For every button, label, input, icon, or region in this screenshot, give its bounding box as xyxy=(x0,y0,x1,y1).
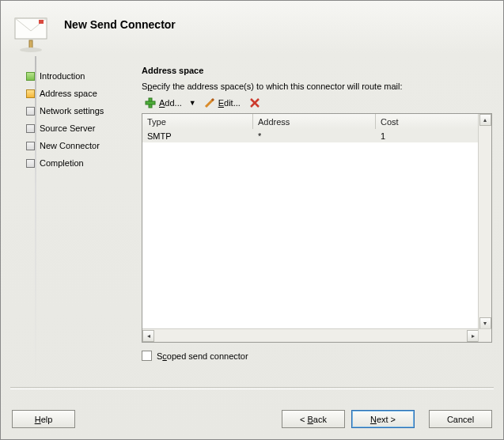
scroll-down-button[interactable]: ▾ xyxy=(479,317,491,329)
wizard-header: New Send Connector xyxy=(1,1,503,59)
list-body: SMTP * 1 xyxy=(142,129,479,329)
back-button[interactable]: < Back xyxy=(282,410,345,428)
scroll-right-button[interactable]: ▸ xyxy=(467,330,479,342)
svg-rect-3 xyxy=(29,40,32,48)
step-pending-icon xyxy=(26,159,35,168)
wizard-page: Address space Specify the address space(… xyxy=(134,59,497,361)
footer-separator xyxy=(10,387,494,389)
delete-button[interactable] xyxy=(246,97,263,109)
step-pending-icon xyxy=(26,142,35,150)
wizard-window: New Send Connector Introduction Address … xyxy=(0,0,504,440)
svg-rect-2 xyxy=(39,20,44,24)
step-introduction[interactable]: Introduction xyxy=(26,67,131,85)
wizard-title: New Send Connector xyxy=(64,7,176,31)
column-address[interactable]: Address xyxy=(253,114,376,129)
step-pending-icon xyxy=(26,107,35,116)
scrollbar-horizontal[interactable]: ◂ ▸ xyxy=(142,328,479,342)
list-toolbar: Add... ▼ Edit... xyxy=(142,94,492,112)
page-title: Address space xyxy=(142,66,492,75)
svg-rect-6 xyxy=(146,101,155,104)
wizard-icon xyxy=(10,9,58,56)
scoped-checkbox[interactable] xyxy=(142,351,152,361)
delete-icon xyxy=(248,97,261,109)
list-row[interactable]: SMTP * 1 xyxy=(142,129,479,142)
add-button[interactable]: Add... xyxy=(142,97,184,109)
step-new-connector[interactable]: New Connector xyxy=(26,137,131,154)
svg-line-7 xyxy=(206,100,213,107)
nav-connector-line xyxy=(35,56,36,385)
help-button[interactable]: Help xyxy=(12,410,75,428)
step-pending-icon xyxy=(26,124,35,133)
step-network-settings[interactable]: Network settings xyxy=(26,102,131,119)
next-button[interactable]: Next > xyxy=(351,410,415,428)
scroll-left-button[interactable]: ◂ xyxy=(142,330,154,342)
scrollbar-corner xyxy=(478,328,491,342)
add-icon xyxy=(144,97,157,109)
svg-point-4 xyxy=(20,47,42,52)
scroll-up-button[interactable]: ▴ xyxy=(479,114,491,126)
step-done-icon xyxy=(26,72,35,81)
edit-icon xyxy=(203,97,216,109)
edit-button[interactable]: Edit... xyxy=(201,97,243,109)
step-source-server[interactable]: Source Server xyxy=(26,119,131,137)
column-type[interactable]: Type xyxy=(142,114,253,129)
scoped-checkbox-row: Scoped send connector xyxy=(142,351,492,361)
wizard-steps: Introduction Address space Network setti… xyxy=(7,59,134,361)
page-instruction: Specify the address space(s) to which th… xyxy=(142,82,492,91)
wizard-footer: Help < Back Next > Cancel xyxy=(1,410,503,428)
step-address-space[interactable]: Address space xyxy=(26,85,131,102)
scoped-checkbox-label: Scoped send connector xyxy=(157,351,248,361)
cell-type: SMTP xyxy=(142,131,253,141)
address-space-list: Type Address Cost SMTP * 1 ▴ ▾ xyxy=(142,113,492,343)
cell-cost: 1 xyxy=(376,131,479,141)
cell-address: * xyxy=(253,131,376,141)
column-cost[interactable]: Cost xyxy=(376,114,491,129)
add-dropdown[interactable]: ▼ xyxy=(189,99,196,107)
scrollbar-vertical[interactable]: ▴ ▾ xyxy=(478,114,491,329)
list-header: Type Address Cost xyxy=(142,114,491,130)
step-current-icon xyxy=(26,89,35,98)
cancel-button[interactable]: Cancel xyxy=(429,410,492,428)
step-completion[interactable]: Completion xyxy=(26,154,131,172)
